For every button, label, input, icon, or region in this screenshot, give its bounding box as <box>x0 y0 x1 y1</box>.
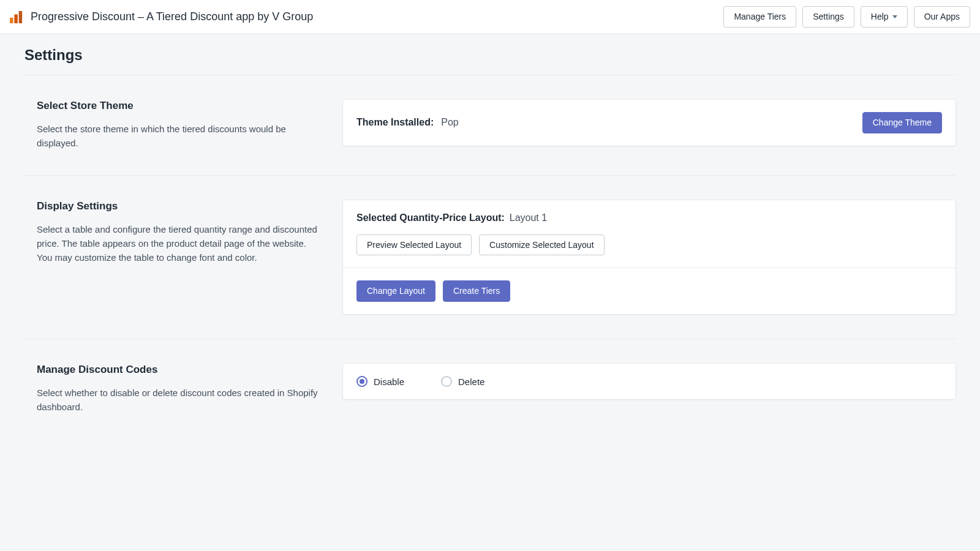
theme-installed-label: Theme Installed: <box>356 117 434 128</box>
selected-layout-label: Selected Quantity-Price Layout: <box>356 212 505 223</box>
codes-card-row: Disable Delete <box>343 364 956 399</box>
section-display-card-wrap: Selected Quantity-Price Layout: Layout 1… <box>343 200 956 315</box>
customize-layout-button[interactable]: Customize Selected Layout <box>479 234 604 256</box>
discount-codes-radio-group: Disable Delete <box>356 376 484 387</box>
svg-rect-1 <box>14 14 17 23</box>
help-label: Help <box>871 12 889 22</box>
codes-card: Disable Delete <box>343 364 956 399</box>
section-codes: Manage Discount Codes Select whether to … <box>24 364 956 439</box>
chevron-down-icon <box>892 15 897 18</box>
section-codes-desc: Select whether to disable or delete disc… <box>37 386 318 414</box>
radio-dot-icon <box>360 379 364 384</box>
preview-layout-button[interactable]: Preview Selected Layout <box>356 234 472 256</box>
svg-rect-0 <box>10 17 13 23</box>
display-card-bottom: Change Layout Create Tiers <box>343 268 956 314</box>
section-theme-heading: Select Store Theme <box>37 100 318 112</box>
radio-disable-label: Disable <box>374 377 404 387</box>
our-apps-button[interactable]: Our Apps <box>914 6 970 28</box>
help-button[interactable]: Help <box>861 6 908 28</box>
section-theme-card-wrap: Theme Installed: Pop Change Theme <box>343 100 956 151</box>
app-title: Progressive Discount – A Tiered Discount… <box>31 10 313 23</box>
display-card: Selected Quantity-Price Layout: Layout 1… <box>343 200 956 315</box>
radio-circle-unchecked-icon <box>441 376 452 387</box>
manage-tiers-button[interactable]: Manage Tiers <box>723 6 796 28</box>
layout-action-row: Preview Selected Layout Customize Select… <box>356 234 605 256</box>
selected-layout-line: Selected Quantity-Price Layout: Layout 1 <box>356 212 547 223</box>
settings-button[interactable]: Settings <box>802 6 854 28</box>
app-logo-icon <box>10 11 23 23</box>
section-codes-info: Manage Discount Codes Select whether to … <box>24 364 318 414</box>
top-bar: Progressive Discount – A Tiered Discount… <box>0 0 980 34</box>
section-theme-info: Select Store Theme Select the store them… <box>24 100 318 151</box>
theme-installed-value: Pop <box>441 117 458 128</box>
selected-layout-value: Layout 1 <box>510 212 547 223</box>
section-display: Display Settings Select a table and conf… <box>24 200 956 340</box>
top-bar-left: Progressive Discount – A Tiered Discount… <box>10 10 723 23</box>
svg-rect-2 <box>19 11 22 23</box>
radio-delete[interactable]: Delete <box>441 376 484 387</box>
radio-delete-label: Delete <box>458 377 484 387</box>
section-display-desc: Select a table and configure the tiered … <box>37 222 318 265</box>
section-theme-desc: Select the store theme in which the tier… <box>37 122 318 151</box>
display-card-top: Selected Quantity-Price Layout: Layout 1… <box>343 200 956 268</box>
section-display-heading: Display Settings <box>37 200 318 212</box>
theme-card: Theme Installed: Pop Change Theme <box>343 100 956 146</box>
page-title: Settings <box>24 34 956 75</box>
page-body: Settings Select Store Theme Select the s… <box>0 34 980 463</box>
theme-card-row: Theme Installed: Pop Change Theme <box>343 100 956 146</box>
create-tiers-button[interactable]: Create Tiers <box>443 280 510 302</box>
top-bar-nav: Manage Tiers Settings Help Our Apps <box>723 6 970 28</box>
section-display-info: Display Settings Select a table and conf… <box>24 200 318 315</box>
radio-circle-checked-icon <box>356 376 368 387</box>
layout-primary-row: Change Layout Create Tiers <box>356 280 510 302</box>
change-theme-button[interactable]: Change Theme <box>862 112 942 133</box>
section-theme: Select Store Theme Select the store them… <box>24 100 956 176</box>
radio-disable[interactable]: Disable <box>356 376 404 387</box>
section-codes-heading: Manage Discount Codes <box>37 364 318 376</box>
section-codes-card-wrap: Disable Delete <box>343 364 956 414</box>
change-layout-button[interactable]: Change Layout <box>356 280 435 302</box>
